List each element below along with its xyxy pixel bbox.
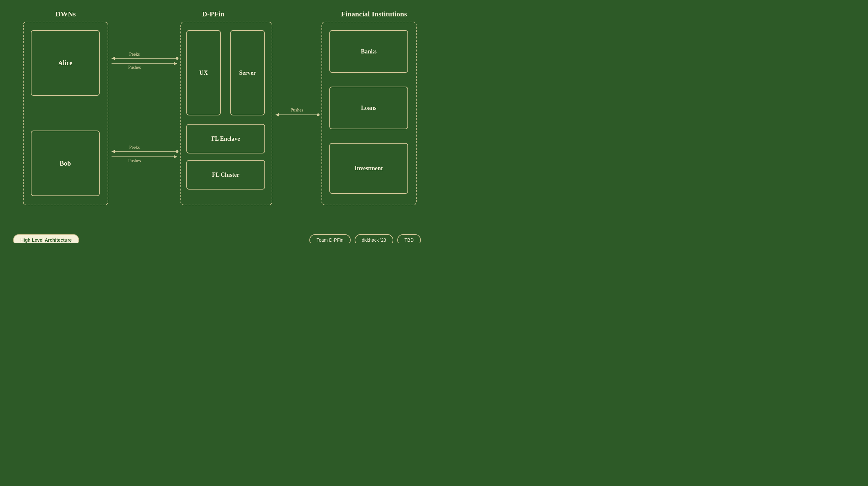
layout-wrapper: DWNs D-PFin Financial Institutions Alice… bbox=[13, 10, 421, 226]
svg-marker-9 bbox=[174, 155, 177, 158]
svg-point-12 bbox=[317, 114, 319, 116]
diagram-container: DWNs D-PFin Financial Institutions Alice… bbox=[0, 0, 434, 243]
dwns-title: DWNs bbox=[33, 10, 98, 19]
svg-marker-4 bbox=[174, 62, 177, 65]
svg-marker-6 bbox=[112, 150, 115, 153]
high-level-arch-button[interactable]: High Level Architecture bbox=[13, 234, 79, 243]
fi-title: Financial Institutions bbox=[328, 10, 420, 19]
team-dpfin-pill[interactable]: Team D-PFin bbox=[309, 234, 351, 243]
investment-node: Investment bbox=[329, 143, 408, 194]
fl-enclave-node: FL Enclave bbox=[186, 124, 265, 154]
alice-pushes-label: Pushes bbox=[128, 65, 141, 70]
dpfin-title: D-PFin bbox=[180, 10, 246, 19]
didhack-pill[interactable]: did:hack '23 bbox=[354, 234, 393, 243]
bob-node: Bob bbox=[31, 131, 100, 196]
fi-container: Banks Loans Investment bbox=[321, 22, 416, 205]
svg-point-2 bbox=[176, 57, 179, 60]
dwns-container: Alice Bob bbox=[23, 22, 108, 205]
alice-node: Alice bbox=[31, 30, 100, 96]
svg-marker-1 bbox=[112, 57, 115, 60]
server-node: Server bbox=[230, 30, 265, 116]
loans-node: Loans bbox=[329, 87, 408, 129]
bob-peeks-label: Peeks bbox=[129, 145, 140, 150]
tbd-pill[interactable]: TBD bbox=[397, 234, 421, 243]
svg-point-7 bbox=[176, 150, 179, 153]
ux-node: UX bbox=[186, 30, 221, 116]
dpfin-container: UX Server FL Enclave FL Cluster bbox=[180, 22, 272, 205]
bottom-right-pills: Team D-PFin did:hack '23 TBD bbox=[309, 234, 421, 243]
banks-node: Banks bbox=[329, 30, 408, 73]
svg-marker-11 bbox=[276, 113, 279, 117]
fl-cluster-node: FL Cluster bbox=[186, 160, 265, 190]
fi-pushes-label: Pushes bbox=[291, 107, 304, 112]
bob-pushes-label: Pushes bbox=[128, 158, 141, 163]
bottom-bar: High Level Architecture Team D-PFin did:… bbox=[13, 234, 421, 243]
alice-peeks-label: Peeks bbox=[129, 52, 140, 57]
